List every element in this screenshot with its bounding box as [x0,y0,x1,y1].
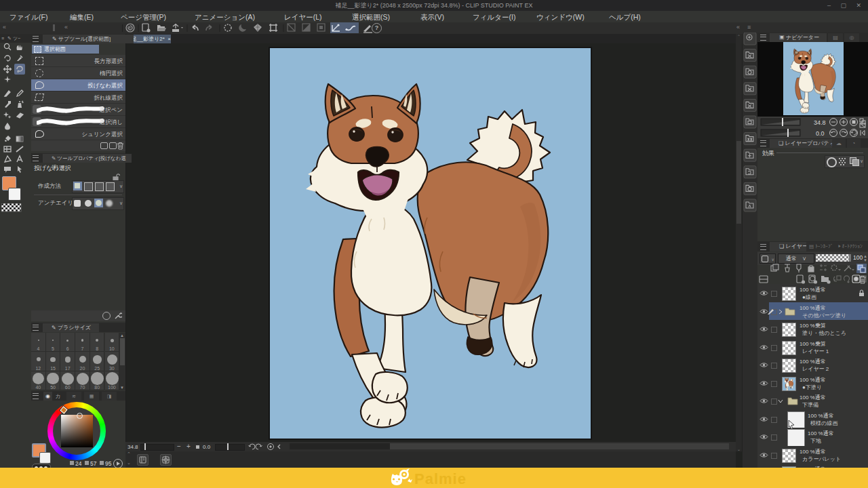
svg-text:Palmie: Palmie [414,470,467,487]
svg-text:0.0: 0.0 [816,130,825,137]
svg-text:34.8: 34.8 [814,119,826,126]
